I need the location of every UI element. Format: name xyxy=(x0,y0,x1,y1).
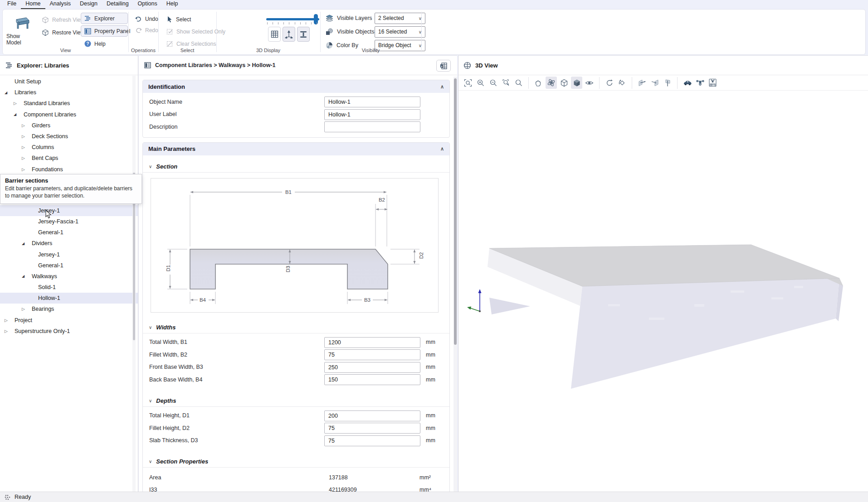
menu-file[interactable]: File xyxy=(3,0,21,9)
identification-header[interactable]: Identification ∧ xyxy=(143,80,449,93)
explorer-toggle-button[interactable]: Explorer xyxy=(81,13,128,24)
zoom-out-icon[interactable] xyxy=(488,77,499,89)
tree-item-walkways[interactable]: ◢Walkways xyxy=(0,271,138,282)
section-display-button[interactable] xyxy=(297,27,310,42)
tree-item-girders[interactable]: ▷Girders xyxy=(0,120,138,131)
tree-item-solid-1[interactable]: Solid-1 xyxy=(0,282,138,293)
display-slider-track[interactable] xyxy=(266,18,319,20)
tree-item-jersey-fascia-1[interactable]: Jersey-Fascia-1 xyxy=(0,216,138,227)
zoom-window-icon[interactable] xyxy=(500,77,512,89)
collapsed-icon[interactable]: ▷ xyxy=(5,329,15,333)
tree-item-columns[interactable]: ▷Columns xyxy=(0,142,138,153)
fly-over-drone-icon[interactable] xyxy=(694,77,706,89)
visible-objects-dropdown[interactable]: 16 Selected ∨ xyxy=(375,26,425,38)
tree-item-libraries[interactable]: ◢Libraries xyxy=(0,87,138,98)
open-table-button[interactable]: x xyxy=(436,60,451,72)
redo-button[interactable]: Redo xyxy=(132,24,162,36)
tree-item-jersey-1[interactable]: Jersey-1 xyxy=(0,205,138,216)
ribbon-group-view: Show Model Refresh View Restore View Exp… xyxy=(3,10,128,54)
select-button[interactable]: Select xyxy=(163,14,195,25)
collapsed-icon[interactable]: ▷ xyxy=(22,307,32,311)
widths-subheader[interactable]: ∨ Widths xyxy=(143,322,449,333)
collapsed-icon[interactable]: ▷ xyxy=(22,156,32,160)
front-base-width-input[interactable] xyxy=(324,362,420,373)
tree-item-component-libraries[interactable]: ◢Component Libraries xyxy=(0,109,138,120)
back-base-width-input[interactable] xyxy=(324,374,420,385)
expanded-icon[interactable]: ◢ xyxy=(14,112,24,116)
tree-item-deck-sections[interactable]: ▷Deck Sections xyxy=(0,131,138,142)
pan-icon[interactable] xyxy=(533,77,544,89)
extrude-view-button[interactable] xyxy=(283,27,295,42)
undo-button[interactable]: Undo xyxy=(132,13,162,24)
collapse-chevron-icon[interactable]: ∧ xyxy=(440,84,444,90)
menu-options[interactable]: Options xyxy=(133,0,162,9)
perspective-eye-icon[interactable] xyxy=(584,77,595,89)
section-subheader[interactable]: ∨ Section xyxy=(143,161,449,173)
visible-layers-dropdown[interactable]: 2 Selected ∨ xyxy=(375,13,425,24)
clear-selections-label: Clear Selections xyxy=(176,41,216,47)
collapsed-icon[interactable]: ▷ xyxy=(5,318,15,323)
collapsed-icon[interactable]: ▷ xyxy=(22,167,32,172)
zoom-extents-icon[interactable] xyxy=(462,77,473,89)
menu-help[interactable]: Help xyxy=(162,0,183,9)
zoom-in-icon[interactable] xyxy=(475,77,486,89)
expanded-icon[interactable]: ◢ xyxy=(22,274,32,278)
sidebar-scrollbar[interactable] xyxy=(132,76,136,492)
total-height-input[interactable] xyxy=(324,410,420,421)
property-panel-toggle-button[interactable]: Property Panel xyxy=(81,25,128,37)
rotate-icon[interactable] xyxy=(604,77,615,89)
i33-value: 421169309 xyxy=(329,487,357,492)
fillet-width-input[interactable] xyxy=(324,349,420,360)
collapsed-icon[interactable]: ▷ xyxy=(22,134,32,139)
menu-detailing[interactable]: Detailing xyxy=(102,0,133,9)
total-width-input[interactable] xyxy=(324,337,420,348)
rotate-reset-icon[interactable] xyxy=(616,77,628,89)
show-model-button[interactable]: Show Model xyxy=(6,12,36,49)
tree-item-dividers-jersey-1[interactable]: Jersey-1 xyxy=(0,249,138,260)
main-parameters-header[interactable]: Main Parameters ∧ xyxy=(143,143,449,155)
orbit-icon[interactable] xyxy=(546,77,557,89)
tree-item-unit-setup[interactable]: Unit Setup xyxy=(0,76,138,87)
wireframe-cube-icon[interactable] xyxy=(558,77,570,89)
display3d-group-label: 3D Display xyxy=(216,48,320,53)
shaded-cube-icon[interactable] xyxy=(571,77,582,89)
clip-plane-right-icon[interactable] xyxy=(649,77,660,89)
expanded-icon[interactable]: ◢ xyxy=(5,91,15,95)
depths-subheader[interactable]: ∨ Depths xyxy=(143,395,449,407)
tree-item-bearings[interactable]: ▷Bearings xyxy=(0,304,138,314)
collapsed-icon[interactable]: ▷ xyxy=(14,101,24,106)
tree-item-bent-caps[interactable]: ▷Bent Caps xyxy=(0,153,138,164)
tree-item-superstructure-only-1[interactable]: ▷Superstructure Only-1 xyxy=(0,326,138,337)
drive-through-car-icon[interactable] xyxy=(682,77,693,89)
menu-analysis[interactable]: Analysis xyxy=(45,0,76,9)
tree-item-dividers[interactable]: ◢Dividers xyxy=(0,238,138,249)
tree-item-general-1[interactable]: General-1 xyxy=(0,227,138,238)
expanded-icon[interactable]: ◢ xyxy=(22,241,32,246)
collapse-chevron-icon[interactable]: ∧ xyxy=(440,146,444,152)
breadcrumb[interactable]: Component Libraries > Walkways > Hollow-… xyxy=(155,62,276,68)
tree-item-dividers-general-1[interactable]: General-1 xyxy=(0,260,138,271)
object-name-input[interactable] xyxy=(324,97,420,107)
tree-item-foundations[interactable]: ▷Foundations xyxy=(0,164,138,175)
collapsed-icon[interactable]: ▷ xyxy=(22,145,32,150)
fillet-height-input[interactable] xyxy=(324,423,420,434)
view3d-viewport[interactable] xyxy=(458,91,868,492)
zoom-icon[interactable] xyxy=(513,77,524,89)
clip-plane-vertical-icon[interactable] xyxy=(662,77,673,89)
clip-plane-left-icon[interactable] xyxy=(636,77,648,89)
menu-home[interactable]: Home xyxy=(21,0,45,9)
slab-thickness-input[interactable] xyxy=(324,435,420,446)
tree-item-standard-libraries[interactable]: ▷Standard Libraries xyxy=(0,98,138,109)
section-properties-subheader[interactable]: ∨ Section Properties xyxy=(143,456,449,468)
description-input[interactable] xyxy=(324,121,420,132)
menu-design[interactable]: Design xyxy=(75,0,102,9)
properties-scrollbar-thumb[interactable] xyxy=(454,78,457,345)
collapsed-icon[interactable]: ▷ xyxy=(22,123,32,128)
properties-scrollbar[interactable] xyxy=(454,77,457,492)
user-label-input[interactable] xyxy=(324,109,420,120)
front-base-width-row: Front Base Width, B3 mm xyxy=(143,361,449,374)
section-cutter-icon[interactable] xyxy=(707,77,718,89)
tree-item-hollow-1[interactable]: Hollow-1 xyxy=(0,293,138,304)
grid-display-button[interactable] xyxy=(268,27,281,42)
tree-item-project[interactable]: ▷Project xyxy=(0,315,138,326)
